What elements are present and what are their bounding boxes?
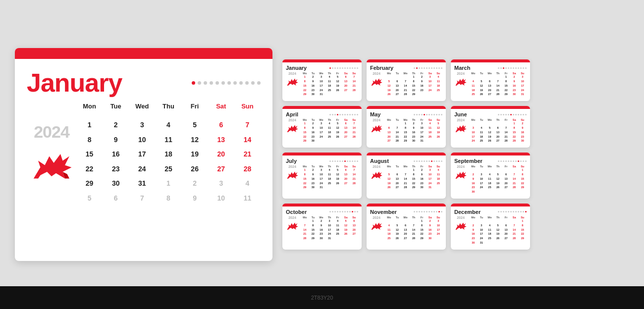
- large-day-cell: 17: [129, 147, 155, 162]
- small-dragon: [286, 76, 299, 87]
- large-day-cell: 20: [208, 147, 234, 162]
- large-day-cell: 1: [76, 118, 103, 133]
- large-day-cell: [129, 113, 155, 118]
- large-day-cell: 21: [234, 147, 261, 162]
- large-day-cell: 6: [208, 118, 234, 133]
- large-day-cell: 23: [103, 162, 129, 177]
- small-dragon: [286, 123, 299, 134]
- large-day-cell: 15: [76, 147, 103, 162]
- large-day-cell: 4: [155, 118, 181, 133]
- large-red-bar: [15, 48, 272, 59]
- col-sun: Sun: [234, 101, 261, 112]
- small-month-name: January: [286, 65, 307, 71]
- large-day-cell: 2: [103, 118, 129, 133]
- large-day-cell: 18: [155, 147, 181, 162]
- large-day-cell: 10: [129, 133, 155, 148]
- dot-2: [198, 81, 201, 85]
- large-day-cell: 9: [182, 191, 208, 206]
- col-mon: Mon: [76, 101, 103, 112]
- small-month-name: June: [454, 111, 467, 117]
- small-cal-march: March2024MoTuWeThFrSaSu12345678910111213…: [451, 59, 530, 101]
- small-month-name: April: [286, 111, 298, 117]
- large-day-cell: 3: [129, 118, 155, 133]
- small-month-name: May: [370, 111, 380, 117]
- large-day-cell: 16: [103, 147, 129, 162]
- large-day-cell: 7: [129, 191, 155, 206]
- small-cal-december: December2024MoTuWeThFrSaSu12345678910111…: [451, 204, 530, 250]
- large-day-cell: 7: [234, 118, 261, 133]
- dot-1: [192, 81, 195, 85]
- small-calendars-container: January2024MoTuWeThFrSaSu123456789101112…: [282, 59, 530, 250]
- small-cal-january: January2024MoTuWeThFrSaSu123456789101112…: [282, 59, 362, 101]
- large-day-cell: 6: [103, 191, 129, 206]
- large-days-grid: 1234567891011121314151617181920212223242…: [76, 113, 261, 206]
- large-day-cell: 14: [234, 133, 261, 148]
- small-cal-september: September2024MoTuWeThFrSaSu1234567891011…: [451, 153, 530, 199]
- small-cal-may: May2024MoTuWeThFrSaSu1234567891011121314…: [367, 106, 446, 148]
- small-dragon: [370, 169, 383, 180]
- large-year: 2024: [34, 122, 69, 142]
- col-tue: Tue: [103, 101, 129, 112]
- large-cal-grid: Mon Tue Wed Thu Fri Sat Sun 123456789101…: [76, 101, 261, 206]
- large-day-cell: 3: [208, 176, 234, 191]
- col-fri: Fri: [182, 101, 208, 112]
- large-day-cell: 13: [208, 133, 234, 148]
- watermark-text: 2T83Y20: [311, 295, 333, 301]
- small-dragon: [286, 169, 299, 180]
- small-month-name: November: [370, 209, 397, 215]
- dot-12: [257, 81, 261, 85]
- col-thu: Thu: [155, 101, 181, 112]
- large-day-cell: 25: [155, 162, 181, 177]
- large-day-cell: [182, 113, 208, 118]
- small-month-name: September: [454, 158, 483, 164]
- large-day-cell: 28: [234, 162, 261, 177]
- small-cal-october: October2024MoTuWeThFrSaSu123456789101112…: [282, 204, 362, 250]
- small-dragon: [454, 123, 467, 134]
- large-day-cell: 26: [182, 162, 208, 177]
- small-cal-november: November2024MoTuWeThFrSaSu12345678910111…: [367, 204, 446, 250]
- large-day-cell: 1: [155, 176, 181, 191]
- small-dragon: [370, 76, 383, 87]
- large-day-cell: [76, 113, 103, 118]
- small-dragon: [370, 123, 383, 134]
- dot-10: [245, 81, 249, 85]
- large-day-cell: 11: [155, 133, 181, 148]
- large-day-cell: 19: [182, 147, 208, 162]
- small-cal-july: July2024MoTuWeThFrSaSu123456789101112131…: [282, 153, 362, 199]
- small-dragon: [286, 220, 299, 231]
- small-dragon: [454, 220, 467, 231]
- large-day-cell: 2: [182, 176, 208, 191]
- large-day-cell: 8: [155, 191, 181, 206]
- large-day-cell: 31: [129, 176, 155, 191]
- large-calendar: January 2024: [15, 48, 272, 261]
- small-cal-february: February2024MoTuWeThFrSaSu12345678910111…: [367, 59, 446, 101]
- small-month-name: March: [454, 65, 470, 71]
- large-day-cell: 30: [103, 176, 129, 191]
- large-day-cell: 12: [182, 133, 208, 148]
- dragon-logo: [29, 147, 74, 184]
- large-month-name: January: [27, 68, 122, 98]
- col-wed: Wed: [129, 101, 155, 112]
- dot-4: [210, 81, 213, 85]
- dot-6: [221, 81, 225, 85]
- large-day-cell: 9: [103, 133, 129, 148]
- small-calendars-grid: January2024MoTuWeThFrSaSu123456789101112…: [282, 59, 530, 250]
- large-day-cell: [103, 113, 129, 118]
- small-dragon: [454, 76, 467, 87]
- large-left-panel: 2024: [27, 101, 76, 206]
- large-day-cell: [208, 113, 234, 118]
- dot-3: [204, 81, 207, 85]
- dot-7: [227, 81, 231, 85]
- small-month-name: December: [454, 209, 481, 215]
- small-cal-april: April2024MoTuWeThFrSaSu12345678910111213…: [282, 106, 362, 148]
- small-month-name: August: [370, 158, 389, 164]
- large-day-cell: 8: [76, 133, 103, 148]
- small-cal-june: June2024MoTuWeThFrSaSu123456789101112131…: [451, 106, 530, 148]
- large-day-cell: 5: [76, 191, 103, 206]
- small-month-name: July: [286, 158, 297, 164]
- dots-indicator: [192, 81, 261, 85]
- watermark-bar: 2T83Y20: [0, 286, 644, 309]
- small-month-name: October: [286, 209, 307, 215]
- large-day-cell: 5: [182, 118, 208, 133]
- large-day-cell: 11: [234, 191, 261, 206]
